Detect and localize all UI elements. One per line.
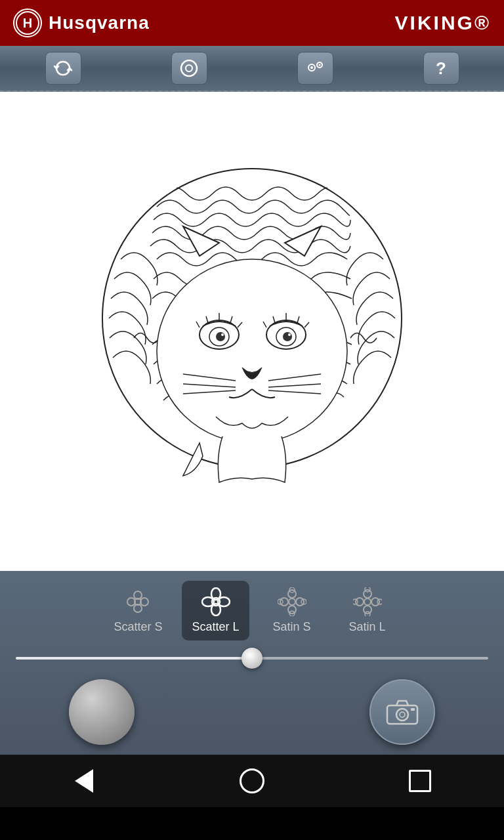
header-logo: H Husqvarna	[13, 9, 150, 37]
header: H Husqvarna VIKING®	[0, 0, 504, 46]
svg-point-55	[400, 712, 405, 717]
help-button[interactable]: ?	[423, 52, 459, 85]
scatter-s-icon	[123, 587, 152, 616]
svg-point-17	[283, 332, 292, 341]
snapshot-button[interactable]	[369, 679, 435, 745]
bottom-panel: Scatter S Scatter L	[0, 571, 504, 755]
camera-icon	[386, 699, 419, 725]
svg-point-47	[356, 598, 364, 606]
scatter-s-option[interactable]: Scatter S	[104, 581, 172, 640]
husqvarna-brand-icon: H	[13, 9, 42, 37]
svg-point-18	[288, 333, 291, 336]
fill-density-slider[interactable]	[16, 648, 488, 668]
canvas-area	[0, 92, 504, 571]
svg-point-48	[364, 598, 371, 605]
satin-s-icon	[278, 587, 306, 616]
satin-s-label: Satin S	[273, 620, 311, 634]
svg-point-39	[289, 598, 295, 605]
satin-l-label: Satin L	[349, 620, 386, 634]
scatter-l-label: Scatter L	[192, 620, 239, 634]
svg-text:H: H	[23, 16, 32, 30]
recents-button[interactable]	[400, 761, 440, 801]
svg-point-5	[310, 66, 313, 69]
scatter-l-icon	[201, 587, 230, 616]
svg-point-54	[396, 709, 408, 721]
svg-point-3	[186, 65, 192, 72]
satin-l-icon	[353, 587, 382, 616]
toolbar: ?	[0, 46, 504, 92]
svg-point-14	[221, 333, 224, 336]
scatter-s-label: Scatter S	[114, 620, 162, 634]
help-icon: ?	[436, 58, 446, 79]
grey-ball-button[interactable]	[69, 679, 135, 745]
satin-l-option[interactable]: Satin L	[335, 581, 400, 640]
scatter-l-option[interactable]: Scatter L	[182, 581, 249, 640]
husqvarna-label: Husqvarna	[49, 12, 150, 33]
viking-label: VIKING®	[395, 12, 491, 34]
slider-track	[16, 657, 488, 660]
svg-point-46	[364, 606, 371, 614]
fill-options-row: Scatter S Scatter L	[0, 581, 504, 640]
svg-point-45	[371, 598, 379, 606]
svg-point-7	[319, 64, 321, 66]
capture-button[interactable]	[171, 52, 207, 85]
action-buttons	[0, 676, 504, 748]
svg-rect-56	[411, 708, 415, 711]
svg-point-44	[364, 590, 371, 598]
refresh-button[interactable]	[45, 52, 81, 85]
settings-button[interactable]	[297, 52, 333, 85]
svg-point-13	[216, 332, 225, 341]
slider-fill	[16, 657, 261, 660]
lion-illustration	[55, 141, 449, 522]
svg-point-2	[181, 60, 197, 76]
svg-point-10	[157, 259, 347, 443]
back-button[interactable]	[64, 761, 104, 801]
slider-thumb[interactable]	[242, 648, 262, 669]
home-button[interactable]	[232, 761, 272, 801]
satin-s-option[interactable]: Satin S	[259, 581, 325, 640]
android-nav-bar	[0, 755, 504, 807]
